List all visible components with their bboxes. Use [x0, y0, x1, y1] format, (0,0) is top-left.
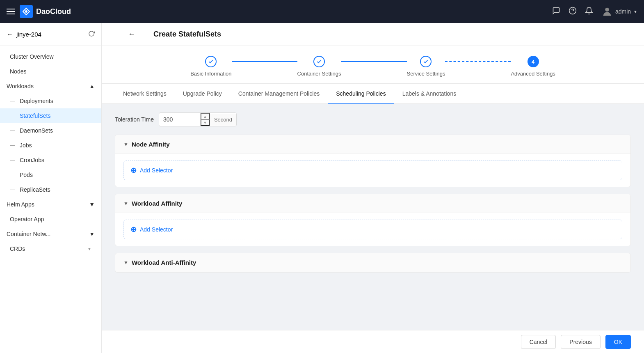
- add-selector-node-affinity[interactable]: ⊕ Add Selector: [123, 160, 622, 180]
- dash-icon: —: [10, 187, 16, 193]
- toleration-row: Toleration Time ▲ ▼ Second: [115, 112, 631, 126]
- sidebar-item-cronjobs[interactable]: — CronJobs: [0, 153, 101, 167]
- chevron-down-icon: ▼: [123, 260, 128, 266]
- sidebar-label: Nodes: [10, 68, 26, 75]
- user-dropdown-icon: ▼: [633, 9, 637, 14]
- step-label-4: Advanced Settings: [511, 71, 555, 77]
- dash-icon: —: [10, 128, 16, 133]
- add-selector-label: Add Selector: [140, 226, 173, 233]
- sidebar-item-replicasets[interactable]: — ReplicaSets: [0, 182, 101, 197]
- chevron-down-icon: ▼: [123, 142, 128, 147]
- back-arrow-button[interactable]: ←: [115, 23, 148, 46]
- add-selector-workload-affinity[interactable]: ⊕ Add Selector: [123, 220, 622, 239]
- tab-container-mgmt[interactable]: Container Management Policies: [230, 84, 328, 104]
- brand-name: DaoCloud: [36, 7, 71, 16]
- spinner-down-button[interactable]: ▼: [201, 119, 210, 126]
- chevron-down-icon: ▼: [123, 201, 128, 206]
- page-title: Create StatefulSets: [153, 30, 221, 39]
- previous-button[interactable]: Previous: [561, 335, 600, 349]
- dash-icon: —: [10, 98, 16, 104]
- message-icon[interactable]: [552, 7, 560, 17]
- sidebar-item-deployments[interactable]: — Deployments: [0, 94, 101, 108]
- chevron-down-icon: ▼: [87, 247, 91, 251]
- unit-label: Second: [210, 114, 236, 126]
- tab-scheduling-policies[interactable]: Scheduling Policies: [328, 84, 394, 104]
- refresh-button[interactable]: [88, 30, 95, 39]
- sidebar-label: ReplicaSets: [20, 186, 50, 193]
- step-circle-1: [205, 56, 217, 67]
- sidebar-group-helm-apps[interactable]: Helm Apps ▼: [0, 197, 101, 212]
- chevron-down-icon: ▼: [89, 231, 95, 237]
- sidebar-item-pods[interactable]: — Pods: [0, 167, 101, 182]
- help-icon[interactable]: [569, 7, 577, 17]
- dash-icon: —: [10, 113, 16, 119]
- sidebar-label: CronJobs: [20, 157, 44, 163]
- chevron-down-icon: ▼: [89, 201, 95, 208]
- user-menu[interactable]: admin ▼: [601, 6, 637, 17]
- main-header: ← Create StatefulSets: [102, 23, 644, 46]
- section-node-affinity-body: ⊕ Add Selector: [115, 154, 630, 187]
- step-line-3: [445, 61, 511, 62]
- sidebar-label: Operator App: [10, 216, 44, 222]
- svg-point-4: [605, 8, 609, 11]
- sidebar-label: Cluster Overview: [10, 53, 54, 60]
- tab-labels-annotations[interactable]: Labels & Annotations: [394, 84, 465, 104]
- step-line-1: [232, 61, 297, 62]
- sidebar-group-container-netw[interactable]: Container Netw... ▼: [0, 227, 101, 241]
- step-label-2: Container Settings: [297, 71, 341, 77]
- top-nav: DaoCloud admin ▼: [0, 0, 644, 23]
- sidebar-label: Pods: [20, 172, 33, 178]
- section-node-affinity: ▼ Node Affinity ⊕ Add Selector: [115, 135, 631, 187]
- tab-upgrade-policy[interactable]: Upgrade Policy: [175, 84, 230, 104]
- section-workload-affinity: ▼ Workload Affinity ⊕ Add Selector: [115, 194, 631, 246]
- footer: Cancel Previous OK: [102, 330, 644, 353]
- section-workload-anti-affinity: ▼ Workload Anti-Affinity: [115, 253, 631, 273]
- sidebar-item-jobs[interactable]: — Jobs: [0, 138, 101, 153]
- sidebar-item-daemonsets[interactable]: — DaemonSets: [0, 123, 101, 138]
- step-service-settings: Service Settings: [407, 56, 445, 77]
- tab-network-settings[interactable]: Network Settings: [115, 84, 175, 104]
- section-workload-affinity-header[interactable]: ▼ Workload Affinity: [115, 194, 630, 213]
- section-workload-affinity-body: ⊕ Add Selector: [115, 213, 630, 246]
- username-label: admin: [615, 8, 631, 15]
- sidebar-back-button[interactable]: ←: [7, 31, 13, 38]
- dash-icon: —: [10, 142, 16, 148]
- sidebar-title: jinye-204: [16, 31, 85, 38]
- sidebar-group-workloads[interactable]: Workloads ▲: [0, 79, 101, 94]
- brand-logo: DaoCloud: [20, 5, 71, 18]
- sidebar-item-nodes[interactable]: Nodes: [0, 64, 101, 79]
- sidebar-label: Jobs: [20, 142, 32, 149]
- sidebar-item-cluster-overview[interactable]: Cluster Overview: [0, 49, 101, 64]
- sidebar-group-label: Container Netw...: [7, 231, 50, 237]
- sidebar-label: Deployments: [20, 98, 53, 104]
- section-workload-anti-affinity-header[interactable]: ▼ Workload Anti-Affinity: [115, 253, 630, 272]
- step-label-1: Basic Information: [190, 71, 231, 77]
- hamburger-menu[interactable]: [7, 9, 15, 14]
- sidebar-item-crds[interactable]: CRDs ▼: [0, 241, 101, 256]
- step-basic-info: Basic Information: [190, 56, 231, 77]
- section-node-affinity-header[interactable]: ▼ Node Affinity: [115, 135, 630, 154]
- sidebar-item-statefulsets[interactable]: — StatefulSets: [0, 108, 101, 123]
- ok-button[interactable]: OK: [605, 335, 631, 349]
- toleration-label: Toleration Time: [115, 116, 154, 123]
- step-circle-4: 4: [528, 56, 539, 67]
- toleration-time-input[interactable]: [159, 114, 200, 125]
- sidebar-label: StatefulSets: [20, 112, 51, 119]
- step-circle-2: [313, 56, 325, 67]
- step-line-2: [341, 61, 407, 62]
- number-spinners: ▲ ▼: [200, 113, 210, 126]
- toleration-input-wrapper: ▲ ▼ Second: [159, 112, 237, 126]
- spinner-up-button[interactable]: ▲: [201, 113, 210, 119]
- tabs-bar: Network Settings Upgrade Policy Containe…: [102, 84, 644, 104]
- plus-icon: ⊕: [130, 166, 137, 175]
- sidebar-item-operator-app[interactable]: Operator App: [0, 212, 101, 227]
- bell-icon[interactable]: [585, 7, 593, 17]
- sidebar-label: DaemonSets: [20, 127, 53, 134]
- dash-icon: —: [10, 172, 16, 178]
- step-label-3: Service Settings: [407, 71, 445, 77]
- step-circle-3: [420, 56, 432, 67]
- cancel-button[interactable]: Cancel: [521, 335, 556, 349]
- dash-icon: —: [10, 157, 16, 163]
- step-advanced-settings: 4 Advanced Settings: [511, 56, 555, 77]
- section-workload-affinity-title: Workload Affinity: [132, 200, 182, 207]
